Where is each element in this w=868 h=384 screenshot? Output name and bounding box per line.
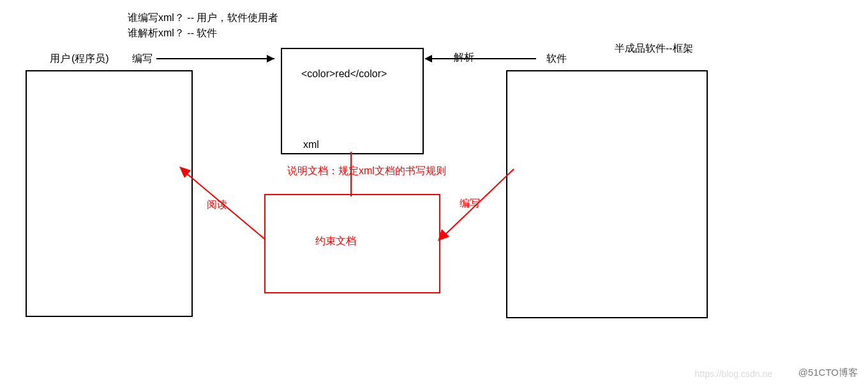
software-label: 软件 — [546, 52, 567, 66]
watermark-51cto: @51CTO博客 — [798, 367, 858, 379]
xml-caption: xml — [303, 139, 319, 151]
xml-box: <color>red</color> xml — [281, 48, 424, 154]
write-label-left: 编写 — [132, 52, 153, 66]
xml-content: <color>red</color> — [301, 68, 387, 80]
user-label: 用户 — [50, 52, 70, 66]
svg-marker-1 — [267, 55, 274, 63]
software-box — [506, 70, 708, 318]
read-label: 阅读 — [207, 198, 227, 212]
programmer-label: (程序员) — [71, 52, 109, 66]
question-who-parses: 谁解析xml？ -- 软件 — [128, 27, 217, 40]
write-label-right: 编写 — [460, 197, 480, 210]
constraint-doc-label: 约束文档 — [315, 235, 356, 248]
user-box — [26, 70, 193, 317]
arrow-parse-to-xml — [424, 52, 536, 65]
framework-label: 半成品软件--框架 — [615, 42, 693, 55]
arrow-write-to-xml — [156, 52, 281, 65]
watermark-csdn: https://blog.csdn.ne — [695, 369, 772, 379]
parse-label: 解析 — [454, 51, 474, 64]
question-who-writes: 谁编写xml？ -- 用户，软件使用者 — [128, 11, 278, 25]
schema-note: 说明文档：规定xml文档的书写规则 — [287, 165, 446, 178]
svg-marker-3 — [424, 55, 432, 63]
